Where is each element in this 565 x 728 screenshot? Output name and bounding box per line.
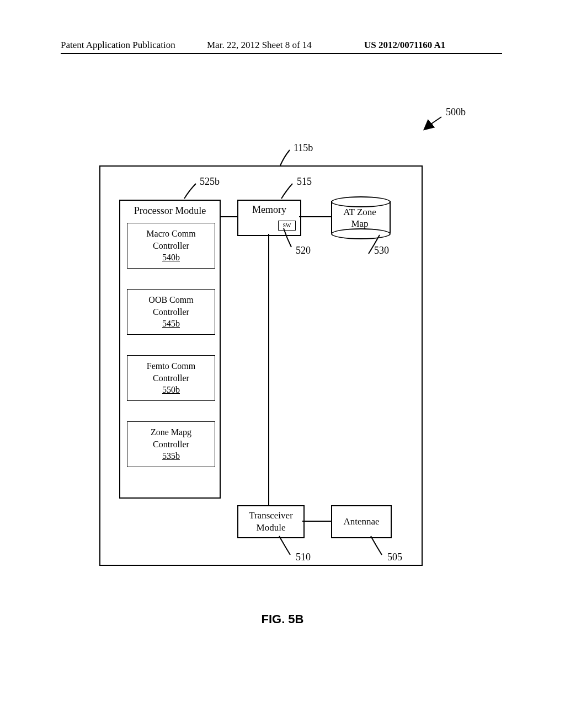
block-ref: 545b — [162, 319, 180, 328]
header-rule — [61, 53, 502, 54]
page: Patent Application Publication Mar. 22, … — [0, 0, 565, 728]
cylinder-top — [331, 196, 391, 207]
processor-module-box: Processor Module Macro Comm Controller 5… — [119, 200, 221, 499]
mem-trx-line — [268, 234, 269, 505]
femto-comm-controller-box: Femto Comm Controller 550b — [127, 355, 215, 401]
block-line2: Controller — [153, 440, 189, 449]
cylinder-bottom — [331, 228, 391, 239]
block-line2: Controller — [153, 307, 189, 317]
at-zone-map-cylinder: AT Zone Map — [331, 196, 388, 237]
processor-module-title: Processor Module — [120, 205, 220, 217]
zone-mapg-controller-box: Zone Mapg Controller 535b — [127, 421, 215, 467]
sw-box: SW — [278, 221, 296, 231]
block-line1: Macro Comm — [146, 229, 195, 238]
ref-system: 500b — [446, 106, 466, 118]
memory-title: Memory — [238, 204, 300, 216]
proc-mem-line — [220, 216, 237, 217]
ref-memory: 515 — [297, 176, 312, 188]
block-line1: OOB Comm — [148, 295, 193, 304]
block-line2: Controller — [153, 241, 189, 250]
block-line1: Zone Mapg — [151, 427, 191, 437]
ref-antennae: 505 — [387, 552, 402, 563]
zonemap-l1: AT Zone — [343, 207, 376, 217]
ref-zonemap: 530 — [374, 245, 389, 256]
block-ref: 535b — [162, 451, 180, 461]
ref-main: 115b — [294, 142, 313, 154]
header-right: US 2012/0071160 A1 — [364, 40, 445, 51]
mem-zonemap-line — [299, 216, 331, 217]
oob-comm-controller-box: OOB Comm Controller 545b — [127, 289, 215, 335]
zonemap-l2: Map — [351, 218, 368, 229]
block-ref: 540b — [162, 253, 180, 262]
transceiver-box: TransceiverModule — [237, 505, 305, 538]
antennae-box: Antennae — [331, 505, 392, 538]
memory-box: Memory SW — [237, 200, 301, 236]
antennae-label: Antennae — [343, 516, 379, 528]
ref-sw: 520 — [296, 245, 311, 256]
macro-comm-controller-box: Macro Comm Controller 540b — [127, 223, 215, 269]
header-center: Mar. 22, 2012 Sheet 8 of 14 — [207, 40, 312, 51]
figure-caption: FIG. 5B — [0, 612, 565, 627]
header-left: Patent Application Publication — [61, 40, 175, 51]
transceiver-label: TransceiverModule — [249, 510, 293, 534]
block-line2: Controller — [153, 373, 189, 383]
ref-processor: 525b — [200, 176, 220, 188]
ref-transceiver: 510 — [296, 552, 311, 563]
block-line1: Femto Comm — [147, 361, 195, 371]
cylinder-label: AT Zone Map — [331, 206, 388, 230]
block-ref: 550b — [162, 385, 180, 394]
trx-ant-line — [302, 521, 331, 522]
device-box: Processor Module Macro Comm Controller 5… — [99, 165, 423, 566]
